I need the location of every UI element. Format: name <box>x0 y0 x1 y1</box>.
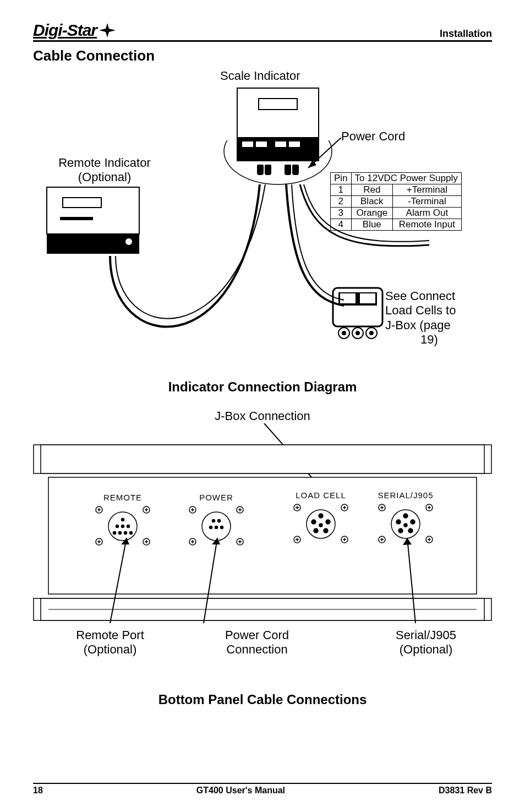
section-title-cable-connection: Cable Connection <box>33 47 492 64</box>
svg-point-75 <box>210 526 212 529</box>
svg-line-116 <box>110 538 127 623</box>
connector-icon <box>291 502 351 545</box>
svg-marker-121 <box>403 538 412 545</box>
svg-point-74 <box>218 520 221 522</box>
pin-table-header-pin: Pin <box>331 173 352 184</box>
label-remote-port: Remote Port (Optional) <box>55 628 165 657</box>
svg-marker-0 <box>99 23 116 37</box>
arrow-serial-port <box>385 532 429 626</box>
star-icon <box>98 23 117 38</box>
table-row: 3 Orange Alarm Out <box>331 208 462 219</box>
svg-point-55 <box>127 525 130 528</box>
caption-indicator-diagram: Indicator Connection Diagram <box>33 379 492 395</box>
svg-point-94 <box>314 528 318 533</box>
port-load-cell-label: LOAD CELL <box>291 491 351 500</box>
pin-table: Pin To 12VDC Power Supply 1 Red +Termina… <box>330 172 462 231</box>
svg-point-110 <box>403 514 408 518</box>
table-row: 4 Blue Remote Input <box>331 219 462 231</box>
footer-manual-name: GT400 User's Manual <box>196 786 285 795</box>
arrow-remote-port <box>99 532 143 626</box>
svg-line-120 <box>407 538 415 623</box>
svg-point-96 <box>319 524 322 527</box>
label-serial-port: Serial/J905 (Optional) <box>371 628 481 657</box>
label-power-cord-connection: Power Cord Connection <box>202 628 312 657</box>
bottom-panel-diagram: J-Box Connection REMOTE <box>33 411 492 648</box>
table-row: 2 Black -Terminal <box>331 196 462 208</box>
logo: Digi-Star <box>33 21 116 40</box>
svg-marker-117 <box>121 538 129 544</box>
logo-text: Digi-Star <box>33 21 97 40</box>
pin-table-header-desc: To 12VDC Power Supply <box>351 173 461 184</box>
port-power-label: POWER <box>186 493 247 502</box>
indicator-connection-diagram: Scale Indicator Power Cord Remote Indica… <box>33 69 492 377</box>
page-footer: 18 GT400 User's Manual D3831 Rev B <box>33 783 492 795</box>
svg-point-112 <box>411 520 415 524</box>
arrow-power-cord-connection <box>187 532 231 626</box>
svg-point-115 <box>404 524 407 527</box>
svg-rect-34 <box>41 445 484 473</box>
svg-point-95 <box>324 528 328 533</box>
svg-point-73 <box>212 520 215 522</box>
section-name: Installation <box>440 28 492 40</box>
page-header: Digi-Star Installation <box>33 21 492 42</box>
footer-doc-rev: D3831 Rev B <box>439 786 492 795</box>
svg-point-53 <box>116 525 119 528</box>
svg-point-76 <box>215 526 218 529</box>
table-row: 1 Red +Terminal <box>331 184 462 196</box>
svg-point-92 <box>311 520 316 524</box>
svg-point-93 <box>326 520 330 524</box>
svg-point-54 <box>122 525 124 528</box>
svg-point-111 <box>396 520 401 524</box>
svg-point-52 <box>122 519 124 521</box>
caption-bottom-panel: Bottom Panel Cable Connections <box>33 692 492 707</box>
bottom-labels-row: Remote Port (Optional) Power Cord Connec… <box>33 628 492 657</box>
label-jbox-connection: J-Box Connection <box>215 409 310 423</box>
port-load-cell: LOAD CELL <box>291 491 351 547</box>
svg-line-118 <box>204 538 217 623</box>
port-remote-label: REMOTE <box>92 493 153 502</box>
svg-point-91 <box>319 514 323 518</box>
svg-marker-119 <box>212 538 220 544</box>
svg-point-77 <box>221 526 223 529</box>
footer-page-number: 18 <box>33 786 43 795</box>
port-serial-label: SERIAL/J905 <box>375 491 436 500</box>
